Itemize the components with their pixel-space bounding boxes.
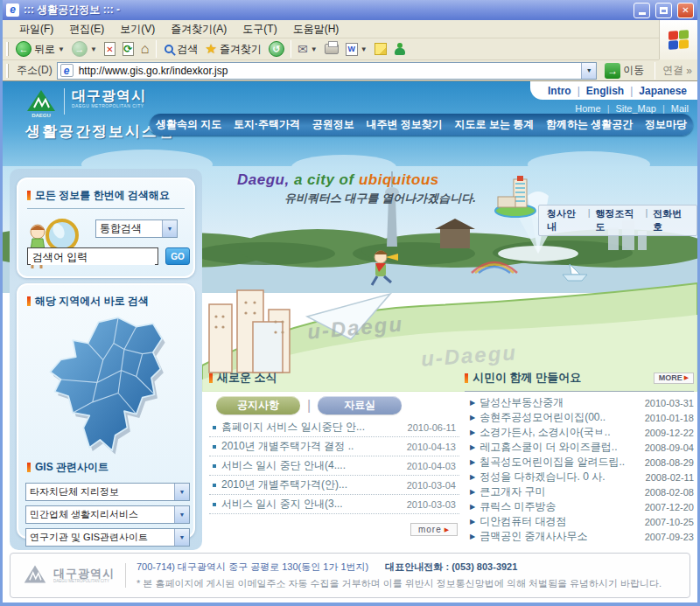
- citizen-title: 시민이 함께 만들어요: [472, 370, 581, 386]
- close-button[interactable]: ✕: [677, 3, 694, 18]
- menu-view[interactable]: 보기(V): [112, 20, 163, 38]
- link-mail[interactable]: Mail: [671, 103, 689, 114]
- tab-notices[interactable]: 공지사항: [216, 396, 300, 414]
- maximize-button[interactable]: [655, 3, 672, 18]
- citizen-item[interactable]: ▶칠곡성도어린이집을 알려드립..2008-08-29: [465, 455, 694, 470]
- menu-tools[interactable]: 도구(T): [234, 20, 284, 38]
- menu-edit[interactable]: 편집(E): [61, 20, 112, 38]
- toolbar-grip: [6, 42, 9, 56]
- address-input[interactable]: [77, 64, 578, 78]
- gis-select-research[interactable]: 연구기관 및 GIS관련사이트 ▼: [25, 528, 190, 547]
- print-icon: [325, 44, 339, 54]
- search-category-value: 통합검색: [96, 221, 162, 236]
- link-home[interactable]: Home: [575, 103, 600, 114]
- citizen-item[interactable]: ▶레고홈스쿨이 더 와이즈클럽..2008-09-04: [465, 440, 694, 455]
- link-japanese[interactable]: Japanese: [639, 85, 687, 97]
- banner-slogan-korean: 유비쿼터스 대구를 열어나가겠습니다.: [284, 191, 476, 206]
- menu-help[interactable]: 도움말(H): [285, 20, 347, 38]
- nav-info-plaza[interactable]: 정보마당: [641, 117, 690, 132]
- go-button[interactable]: → 이동: [601, 62, 648, 80]
- nav-park-info[interactable]: 공원정보: [309, 117, 358, 132]
- citizen-item[interactable]: ▶정성을 다하겠습니다. 0 사.2008-02-11: [465, 470, 694, 484]
- link-sitemap[interactable]: Site_Map: [615, 103, 655, 114]
- slogan-city-of: a city of: [294, 171, 359, 188]
- browser-toolbar: ← 뒤로 ▼ → ▼ ✕ ⟳ ⌂ 검색 ★ 즐겨찾기 ↺ ✉: [3, 38, 659, 60]
- pavilion: [435, 219, 475, 248]
- bullet-icon: ▶: [470, 443, 475, 451]
- news-item[interactable]: 홈페이지 서비스 일시중단 안... 2010-06-11: [209, 418, 459, 437]
- daegu-district-map[interactable]: [32, 313, 183, 456]
- news-item[interactable]: 서비스 일시 중지 안내(3... 2010-03-03: [209, 495, 459, 514]
- gis-select-municipal[interactable]: 타자치단체 지리정보 ▼: [25, 483, 190, 501]
- home-button[interactable]: ⌂: [137, 42, 153, 56]
- citizen-item-date: 2008-02-11: [646, 472, 694, 483]
- separator: |: [588, 207, 591, 233]
- citizen-item-date: 2008-02-08: [645, 487, 694, 498]
- mail-button[interactable]: ✉ ▼: [294, 42, 321, 56]
- news-item[interactable]: 서비스 일시 중단 안내(4.... 2010-04-03: [209, 456, 459, 476]
- footer-notice: * 본 홈페이지에 게시된 이메일주소 자동 수집을 거부하며 이를 위반시 정…: [136, 577, 662, 590]
- search-button[interactable]: 검색: [159, 41, 202, 58]
- link-english[interactable]: English: [586, 85, 624, 97]
- messenger-button[interactable]: [390, 42, 410, 56]
- citizen-item-date: 2008-08-29: [645, 457, 694, 468]
- nav-land-housing-price[interactable]: 토지·주택가격: [230, 117, 304, 132]
- gis-select-value: 타자치단체 지리정보: [26, 485, 174, 498]
- citizen-item-text: 달성산부동산중개: [480, 395, 645, 410]
- news-tabs: 공지사항 | 자료실: [216, 396, 459, 414]
- window-title: ::: 생활공간정보 ::: -: [24, 3, 628, 17]
- back-button[interactable]: ← 뒤로 ▼: [12, 40, 68, 58]
- citizen-item[interactable]: ▶소경가든사, 소경시아(국ㅂ..2009-12-22: [465, 425, 694, 440]
- citizen-item[interactable]: ▶디안컴퓨터 대경점2007-10-25: [465, 514, 694, 529]
- search-keyword-input[interactable]: [31, 251, 155, 265]
- menu-file[interactable]: 파일(F): [11, 20, 61, 38]
- site-logo[interactable]: DAEGU 대구광역시 DAEGU METROPOLITAN CITY: [25, 88, 146, 118]
- print-button[interactable]: [321, 43, 342, 55]
- page-footer: 대구광역시 DAEGU METROPOLITAN CITY 700-714) 대…: [10, 553, 690, 598]
- citizen-item[interactable]: ▶송현주공성모어린이집(00..2010-01-18: [465, 410, 694, 425]
- nav-statistics-map[interactable]: 지도로 보는 통계: [452, 117, 538, 132]
- menu-favorites[interactable]: 즐겨찾기(A): [163, 20, 234, 38]
- citizen-item[interactable]: ▶큰고개자 구미2008-02-08: [465, 484, 694, 499]
- citizen-item[interactable]: ▶금맥공인 중개사사무소2007-09-23: [465, 529, 694, 544]
- nav-life-map[interactable]: 생활속의 지도: [152, 117, 225, 132]
- news-item[interactable]: 2010년 개별주택가격(안)... 2010-03-04: [209, 476, 459, 495]
- citizen-more-button[interactable]: MORE ▶: [654, 373, 694, 384]
- refresh-button[interactable]: ⟳: [119, 41, 137, 57]
- tab-data-room[interactable]: 자료실: [318, 396, 402, 414]
- nav-shared-space[interactable]: 함께하는 생활공간: [542, 117, 636, 132]
- link-org-chart[interactable]: 행정조직도: [596, 207, 640, 233]
- main-navigation: 생활속의 지도 토지·주택가격 공원정보 내주변 정보찾기 지도로 보는 통계 …: [150, 114, 693, 136]
- news-item-text: 홈페이지 서비스 일시중단 안...: [221, 420, 408, 435]
- edit-button[interactable]: W ▼: [342, 42, 371, 57]
- news-more-button[interactable]: more ▶: [410, 523, 458, 536]
- citizen-item[interactable]: ▶달성산부동산중개2010-03-31: [465, 395, 694, 410]
- citizen-item-text: 송현주공성모어린이집(00..: [480, 410, 645, 425]
- address-dropdown-icon[interactable]: ▼: [581, 63, 596, 79]
- news-item[interactable]: 2010년 개별주택가격 결정 .. 2010-04-13: [209, 437, 459, 456]
- forward-button[interactable]: → ▼: [68, 40, 101, 58]
- gis-select-value: 민간업체 생활지리서비스: [26, 508, 174, 521]
- logo-divider: [64, 88, 65, 115]
- links-button[interactable]: 연결 »: [662, 63, 694, 78]
- search-category-select[interactable]: 통합검색 ▼: [95, 219, 178, 238]
- history-button[interactable]: ↺: [265, 40, 288, 58]
- search-go-button[interactable]: GO: [165, 247, 190, 265]
- separator: |: [645, 207, 648, 233]
- link-building-guide[interactable]: 청사안내: [547, 207, 583, 233]
- favorites-button[interactable]: ★ 즐겨찾기: [202, 41, 265, 58]
- bullet-icon: [213, 464, 216, 468]
- footer-mountain-logo-icon: [23, 564, 47, 587]
- minimize-button[interactable]: [634, 3, 650, 18]
- slogan-daegu: Daegu,: [237, 171, 290, 188]
- citizen-item-date: 2010-03-31: [645, 398, 694, 408]
- citizen-item[interactable]: ▶큐릭스 미주방송2007-12-20: [465, 499, 694, 514]
- gis-select-private[interactable]: 민간업체 생활지리서비스 ▼: [25, 505, 190, 524]
- notes-button[interactable]: [371, 42, 390, 56]
- stop-button[interactable]: ✕: [101, 41, 119, 57]
- daegu-mountain-logo-icon: DAEGU: [25, 88, 57, 118]
- citizen-item-date: 2007-09-23: [645, 532, 694, 542]
- link-phone-numbers[interactable]: 전화번호: [653, 207, 689, 233]
- link-intro[interactable]: Intro: [548, 85, 571, 97]
- nav-nearby-info[interactable]: 내주변 정보찾기: [362, 117, 445, 132]
